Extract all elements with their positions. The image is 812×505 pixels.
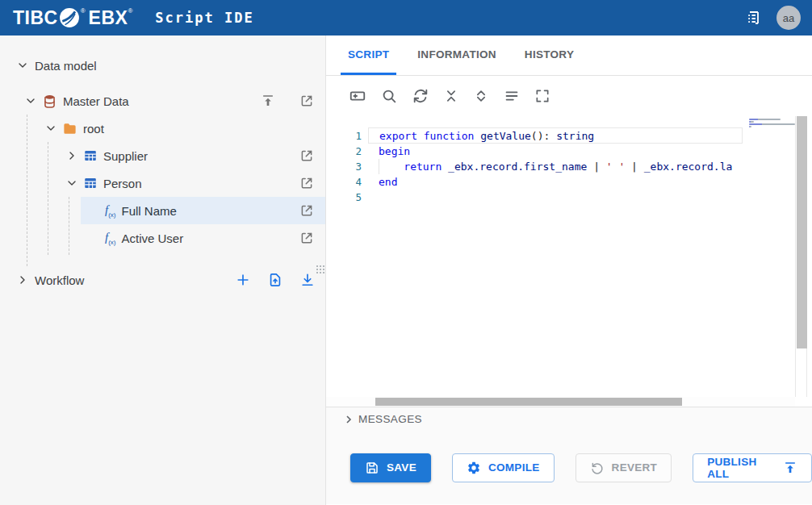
open-in-new-icon[interactable] xyxy=(299,231,314,245)
code-text: end xyxy=(368,174,743,190)
tree-item-label: Active User xyxy=(122,232,184,245)
fx-icon: f(x) xyxy=(105,202,116,219)
messages-label: MESSAGES xyxy=(358,413,422,425)
search-icon[interactable] xyxy=(380,87,398,105)
download-icon[interactable] xyxy=(299,272,316,288)
open-in-new-icon[interactable] xyxy=(299,176,314,190)
code-lines: 1export function getValue(): string2begi… xyxy=(326,116,812,205)
format-icon[interactable] xyxy=(503,87,521,105)
code-text: return _ebx.record.first_name | ' ' | _e… xyxy=(368,159,743,174)
code-line-2: 2begin xyxy=(326,144,812,159)
workflow-label: Workflow xyxy=(35,273,84,287)
publish-up-icon[interactable] xyxy=(261,94,275,108)
chevron-down-icon[interactable] xyxy=(24,94,37,107)
gear-icon xyxy=(467,461,481,475)
open-in-new-icon[interactable] xyxy=(299,203,314,218)
tree-item-person[interactable]: Person xyxy=(0,169,325,197)
button-label: PUBLISH ALL xyxy=(707,456,776,480)
database-icon xyxy=(42,94,57,109)
messages-section-header[interactable]: MESSAGES xyxy=(326,407,812,431)
tree-item-master-data[interactable]: Master Data xyxy=(0,87,325,115)
chevron-down-icon[interactable] xyxy=(65,177,78,190)
publish-icon xyxy=(783,461,797,475)
add-icon[interactable] xyxy=(235,272,251,288)
code-line-5: 5 xyxy=(326,190,812,205)
line-number: 2 xyxy=(326,144,368,159)
publish-all-button[interactable]: PUBLISH ALL xyxy=(693,453,812,482)
tab-script[interactable]: SCRIPT xyxy=(341,35,396,75)
fullscreen-icon[interactable] xyxy=(534,88,550,104)
tree-item-full-name[interactable]: f(x)Full Name xyxy=(0,197,325,224)
code-text: export function getValue(): string xyxy=(368,127,743,144)
vertical-scrollbar-thumb[interactable] xyxy=(797,116,807,348)
open-in-new-icon[interactable] xyxy=(299,94,314,108)
button-label: SAVE xyxy=(387,461,416,474)
user-avatar[interactable]: aa xyxy=(776,6,801,30)
action-button-bar: SAVECOMPILEREVERTPUBLISH ALL xyxy=(326,431,812,504)
folder-icon xyxy=(62,121,77,136)
tree-item-label: Master Data xyxy=(63,94,129,108)
tree-item-label: Supplier xyxy=(103,149,148,163)
chevron-right-icon[interactable] xyxy=(65,149,78,162)
tree-item-supplier[interactable]: Supplier xyxy=(0,142,325,169)
code-editor[interactable]: 1export function getValue(): string2begi… xyxy=(326,116,812,407)
minimap-line xyxy=(749,119,781,120)
chevron-right-icon[interactable] xyxy=(16,273,29,286)
expand-all-icon[interactable] xyxy=(473,88,489,104)
page-title: Script IDE xyxy=(155,10,253,26)
open-in-new-icon[interactable] xyxy=(299,148,314,163)
compile-button[interactable]: COMPILE xyxy=(452,453,555,482)
code-line-1: 1export function getValue(): string xyxy=(326,128,812,144)
tree-item-data-model[interactable]: Data model xyxy=(0,52,325,79)
save-button[interactable]: SAVE xyxy=(350,453,431,482)
tibco-ebx-logo: TIBC ® EBX ® xyxy=(13,6,132,30)
registered-mark: ® xyxy=(128,7,132,15)
code-text: begin xyxy=(368,144,743,159)
line-number: 5 xyxy=(326,190,368,205)
tab-information[interactable]: INFORMATION xyxy=(410,35,504,75)
tree-item-label: root xyxy=(83,122,104,136)
replace-icon[interactable] xyxy=(412,87,429,105)
line-number: 4 xyxy=(326,174,368,190)
panel-resize-handle[interactable] xyxy=(316,265,326,278)
fx-icon: f(x) xyxy=(105,230,116,246)
revert-button: REVERT xyxy=(576,453,672,482)
chevron-right-icon xyxy=(342,413,355,426)
tibco-globe-icon xyxy=(59,7,80,28)
tree-item-active-user[interactable]: f(x)Active User xyxy=(0,224,325,252)
tab-history[interactable]: HISTORY xyxy=(517,35,581,75)
button-label: COMPILE xyxy=(488,461,540,474)
tab-bar: SCRIPTINFORMATIONHISTORY xyxy=(326,35,812,76)
chevron-down-icon[interactable] xyxy=(44,122,57,135)
horizontal-scrollbar-thumb[interactable] xyxy=(375,398,682,406)
brand-text-tibc: TIBC xyxy=(13,6,58,30)
editor-minimap xyxy=(749,119,795,128)
tree-item-workflow[interactable]: Workflow xyxy=(0,266,325,294)
tree-item-label: Person xyxy=(103,177,142,190)
data-model-tree: Data modelMaster DatarootSupplierPersonf… xyxy=(0,52,325,294)
save-icon xyxy=(365,461,379,475)
code-line-3: 3 return _ebx.record.first_name | ' ' | … xyxy=(326,159,812,174)
brand-text-ebx: EBX xyxy=(89,6,128,30)
minimap-line xyxy=(749,126,751,127)
tree-item-root[interactable]: root xyxy=(0,115,325,142)
line-number: 1 xyxy=(326,128,368,144)
list-menu-icon[interactable] xyxy=(744,8,764,27)
script-editor-panel: SCRIPTINFORMATIONHISTORY 1export functio… xyxy=(326,35,812,505)
collapse-all-icon[interactable] xyxy=(443,88,459,104)
code-line-4: 4end xyxy=(326,174,812,190)
tree-item-label: Data model xyxy=(35,59,97,73)
registered-mark: ® xyxy=(81,7,86,15)
vertical-scrollbar xyxy=(795,116,807,397)
table-icon xyxy=(83,148,98,163)
minimap-line xyxy=(749,123,795,125)
table-icon xyxy=(83,176,98,190)
horizontal-scrollbar xyxy=(326,397,795,407)
insert-snippet-icon[interactable] xyxy=(349,87,366,105)
chevron-down-icon[interactable] xyxy=(16,59,29,72)
tree-item-label: Full Name xyxy=(122,204,177,218)
app-header: TIBC ® EBX ® Script IDE aa xyxy=(0,0,812,35)
file-upload-icon[interactable] xyxy=(267,272,283,288)
code-text xyxy=(368,190,743,205)
undo-icon xyxy=(590,461,605,475)
